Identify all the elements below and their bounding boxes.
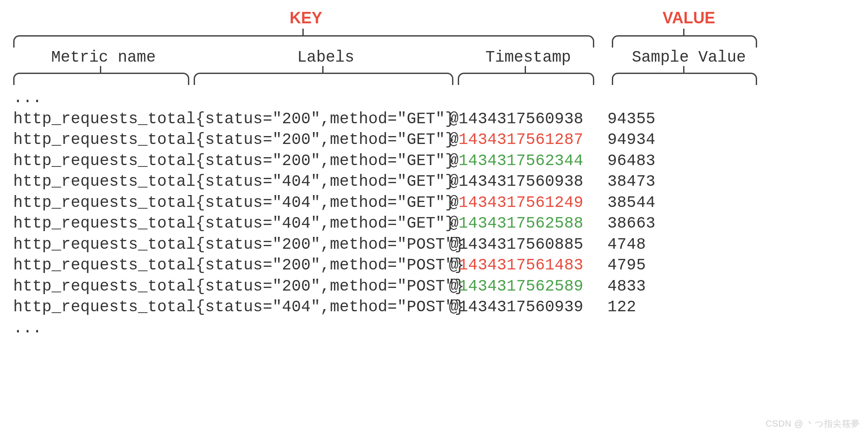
timestamp: @1434317562588	[449, 213, 590, 234]
sub-bracket-row	[13, 66, 855, 84]
sample-value: 38663	[607, 213, 695, 234]
bracket-value	[612, 35, 757, 48]
timestamp: @1434317562344	[449, 151, 590, 172]
metric-and-labels: http_requests_total{status="404",method=…	[13, 171, 449, 192]
timestamp-value: 1434317560938	[459, 173, 583, 191]
timestamp-value: 1434317562344	[459, 152, 583, 170]
gap	[590, 171, 607, 192]
timestamp-prefix: @	[449, 256, 459, 274]
metric-and-labels: http_requests_total{status="200",method=…	[13, 129, 449, 151]
timestamp-value: 1434317561483	[459, 256, 583, 274]
sample-value: 4833	[607, 276, 695, 297]
bracket-labels	[194, 73, 453, 85]
sample-value: 94934	[607, 129, 695, 151]
ellipsis: ...	[13, 318, 42, 339]
metric-and-labels: http_requests_total{status="200",method=…	[13, 109, 449, 130]
header-key: KEY	[13, 9, 599, 27]
timestamp: @1434317561287	[449, 129, 590, 151]
sample-value: 122	[607, 297, 695, 318]
table-row: ...	[13, 88, 855, 109]
gap	[590, 213, 607, 234]
gap	[590, 234, 607, 255]
timestamp-prefix: @	[449, 110, 459, 128]
sample-value: 38473	[607, 171, 695, 192]
table-row: http_requests_total{status="200",method=…	[13, 234, 855, 255]
timestamp-value: 1434317560885	[459, 236, 583, 254]
table-row: ...	[13, 318, 855, 339]
bracket-metric-name	[13, 73, 189, 85]
gap	[590, 151, 607, 172]
gap	[590, 276, 607, 297]
timestamp: @1434317560939	[449, 297, 590, 318]
header-labels: Labels	[194, 48, 458, 66]
section-header-row: Metric name Labels Timestamp Sample Valu…	[13, 48, 855, 66]
top-bracket-row	[13, 29, 855, 49]
table-row: http_requests_total{status="404",method=…	[13, 213, 855, 234]
timestamp: @1434317560938	[449, 109, 590, 130]
timestamp-value: 1434317561249	[459, 194, 583, 212]
bracket-key	[13, 35, 594, 48]
gap	[590, 129, 607, 151]
table-row: http_requests_total{status="404",method=…	[13, 171, 855, 192]
metric-and-labels: http_requests_total{status="200",method=…	[13, 255, 449, 276]
timestamp-value: 1434317560939	[459, 298, 583, 316]
timestamp: @1434317562589	[449, 276, 590, 297]
table-row: http_requests_total{status="200",method=…	[13, 109, 855, 130]
sample-value: 4748	[607, 234, 695, 255]
metric-and-labels: http_requests_total{status="200",method=…	[13, 276, 449, 297]
gap	[590, 297, 607, 318]
bracket-timestamp	[458, 73, 594, 85]
ellipsis: ...	[13, 88, 42, 109]
timestamp: @1434317561483	[449, 255, 590, 276]
gap	[590, 192, 607, 214]
timestamp-prefix: @	[449, 152, 459, 170]
timestamp-prefix: @	[449, 131, 459, 149]
timestamp: @1434317560885	[449, 234, 590, 255]
header-value: VALUE	[612, 9, 766, 27]
timestamp-value: 1434317561287	[459, 131, 583, 149]
table-row: http_requests_total{status="200",method=…	[13, 151, 855, 172]
sample-value: 94355	[607, 109, 695, 130]
metric-and-labels: http_requests_total{status="404",method=…	[13, 213, 449, 234]
data-block: ...http_requests_total{status="200",meth…	[13, 88, 855, 339]
timestamp-prefix: @	[449, 277, 459, 295]
timestamp-value: 1434317560938	[459, 110, 583, 128]
metric-and-labels: http_requests_total{status="200",method=…	[13, 234, 449, 255]
header-metric-name: Metric name	[13, 48, 194, 66]
timestamp-prefix: @	[449, 298, 459, 316]
sample-value: 38544	[607, 192, 695, 214]
header-timestamp: Timestamp	[458, 48, 599, 66]
header-sample-value: Sample Value	[612, 48, 766, 66]
timestamp-prefix: @	[449, 236, 459, 254]
sample-value: 96483	[607, 151, 695, 172]
top-header-row: KEY VALUE	[13, 9, 855, 27]
sample-value: 4795	[607, 255, 695, 276]
gap	[590, 109, 607, 130]
gap	[590, 255, 607, 276]
timestamp-prefix: @	[449, 194, 459, 212]
metric-and-labels: http_requests_total{status="404",method=…	[13, 297, 449, 318]
timestamp-prefix: @	[449, 214, 459, 232]
metric-and-labels: http_requests_total{status="404",method=…	[13, 192, 449, 214]
table-row: http_requests_total{status="200",method=…	[13, 255, 855, 276]
timestamp-value: 1434317562589	[459, 277, 583, 295]
bracket-sample-value	[612, 73, 757, 85]
timestamp-prefix: @	[449, 173, 459, 191]
table-row: http_requests_total{status="200",method=…	[13, 276, 855, 297]
timestamp: @1434317560938	[449, 171, 590, 192]
timestamp-value: 1434317562588	[459, 214, 583, 232]
timestamp: @1434317561249	[449, 192, 590, 214]
table-row: http_requests_total{status="404",method=…	[13, 297, 855, 318]
table-row: http_requests_total{status="200",method=…	[13, 129, 855, 151]
metric-and-labels: http_requests_total{status="200",method=…	[13, 151, 449, 172]
table-row: http_requests_total{status="404",method=…	[13, 192, 855, 214]
